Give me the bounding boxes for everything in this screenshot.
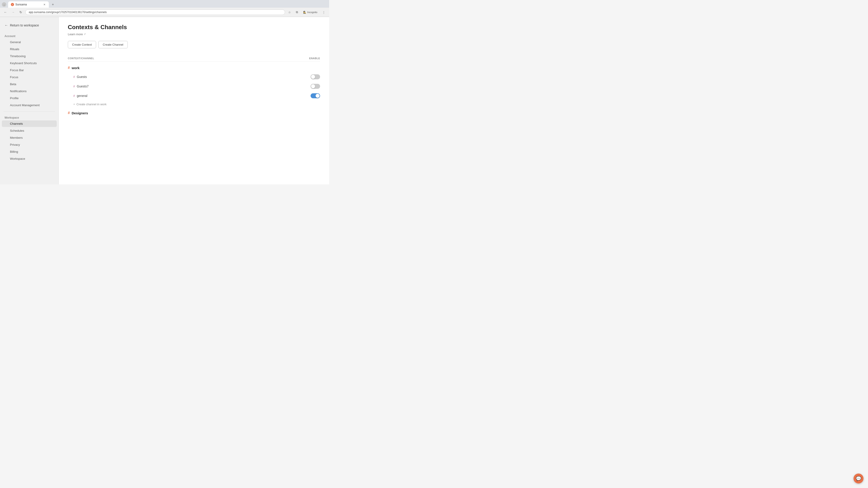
tab-title: Sunsama: [16, 3, 41, 6]
tab-close-button[interactable]: ✕: [42, 3, 46, 6]
context-name-work: # work: [68, 64, 320, 72]
hash-icon-guests7: #: [73, 85, 75, 88]
hash-icon-guests: #: [73, 75, 75, 78]
channel-label-guests7: Guests7: [77, 85, 89, 88]
create-channel-in-work[interactable]: + Create channel in work: [68, 101, 320, 108]
sidebar-label-keyboard-shortcuts: Keyboard Shortcuts: [10, 61, 37, 65]
toggle-guests[interactable]: [311, 74, 320, 79]
incognito-button[interactable]: 🕵 Incognito: [301, 10, 320, 14]
hash-icon-general: #: [73, 94, 75, 98]
sidebar-label-rituals: Rituals: [10, 47, 19, 51]
toggle-general[interactable]: [311, 93, 320, 98]
create-channel-button[interactable]: Create Channel: [98, 41, 127, 48]
workspace-section-label: Workspace: [0, 114, 59, 120]
channel-row-general: # general: [68, 91, 320, 101]
table-header-context: CONTEXT/CHANNEL: [68, 57, 94, 60]
channel-label-general: general: [77, 94, 88, 98]
table-header: CONTEXT/CHANNEL ENABLE: [68, 55, 320, 62]
sidebar-label-channels: Channels: [10, 122, 23, 125]
toggle-guests7[interactable]: [311, 84, 320, 89]
browser-chrome: ⌄ S Sunsama ✕ + ← → ↻ app.sunsama.com/gr…: [0, 0, 329, 17]
new-tab-button[interactable]: +: [50, 1, 56, 8]
create-channel-in-label: Create channel in work: [76, 103, 106, 106]
forward-button[interactable]: →: [10, 9, 16, 15]
external-link-icon: ↗: [84, 33, 86, 36]
tab-controls: ⌄: [2, 2, 6, 7]
browser-actions: ☆ ⧉ 🕵 Incognito ⋮: [286, 9, 327, 15]
sidebar-label-account-management: Account Management: [10, 103, 39, 107]
back-button[interactable]: ←: [2, 9, 8, 15]
sidebar-label-privacy: Privacy: [10, 143, 20, 147]
sidebar-label-schedules: Schedules: [10, 129, 24, 132]
page-title: Contexts & Channels: [68, 24, 320, 31]
split-view-button[interactable]: ⧉: [293, 9, 300, 15]
table-header-enable: ENABLE: [309, 57, 320, 60]
browser-toolbar: ← → ↻ app.sunsama.com/group/170257010401…: [0, 8, 329, 17]
learn-more-link[interactable]: Learn more ↗: [68, 33, 320, 36]
sidebar-label-general: General: [10, 40, 21, 44]
tab-list-chevron[interactable]: ⌄: [2, 2, 6, 7]
main-content: Contexts & Channels Learn more ↗ Create …: [59, 17, 329, 184]
sidebar-item-focus-bar[interactable]: Focus Bar: [2, 67, 57, 73]
hash-icon-work: #: [68, 66, 70, 70]
sidebar-item-account-management[interactable]: Account Management: [2, 102, 57, 108]
sidebar-item-timeboxing[interactable]: Timeboxing: [2, 53, 57, 59]
sidebar-item-rituals[interactable]: Rituals: [2, 46, 57, 53]
sidebar-item-billing[interactable]: Billing: [2, 149, 57, 155]
refresh-button[interactable]: ↻: [18, 9, 24, 15]
return-to-workspace-link[interactable]: ← Return to workspace: [0, 22, 59, 29]
address-bar[interactable]: app.sunsama.com/group/17025701040136170/…: [25, 9, 285, 15]
context-row-work: # work # Guests: [68, 64, 320, 108]
toggle-track-guests7[interactable]: [311, 84, 320, 89]
learn-more-label: Learn more: [68, 33, 83, 36]
toggle-thumb-general: [315, 94, 320, 98]
more-button[interactable]: ⋮: [320, 9, 327, 15]
back-arrow-icon: ←: [4, 23, 8, 27]
tab-bar: ⌄ S Sunsama ✕ +: [0, 0, 329, 8]
channels-table: CONTEXT/CHANNEL ENABLE # work # Guests: [68, 55, 320, 117]
sidebar-item-keyboard-shortcuts[interactable]: Keyboard Shortcuts: [2, 60, 57, 66]
context-label-designers: Designers: [72, 111, 88, 115]
tab-favicon: S: [11, 3, 14, 6]
context-label-work: work: [72, 66, 80, 70]
app-container: ← Return to workspace Account General Ri…: [0, 17, 329, 184]
sidebar-label-focus-bar: Focus Bar: [10, 68, 24, 72]
sidebar-label-billing: Billing: [10, 150, 18, 153]
context-row-designers: # Designers: [68, 109, 320, 117]
toggle-thumb-guests7: [311, 84, 315, 88]
toggle-track-general[interactable]: [311, 93, 320, 98]
sidebar-item-channels[interactable]: Channels: [2, 121, 57, 127]
bookmark-button[interactable]: ☆: [286, 9, 293, 15]
sidebar-item-profile[interactable]: Profile: [2, 95, 57, 101]
action-buttons: Create Context Create Channel: [68, 41, 320, 48]
sidebar-label-members: Members: [10, 136, 23, 139]
sidebar-label-focus: Focus: [10, 75, 18, 79]
sidebar-item-privacy[interactable]: Privacy: [2, 141, 57, 148]
channel-name-wrap-guests: # Guests: [73, 75, 87, 78]
channel-row-guests: # Guests: [68, 72, 320, 82]
sidebar-label-notifications: Notifications: [10, 90, 27, 93]
sidebar-label-profile: Profile: [10, 96, 19, 100]
sidebar-item-workspace[interactable]: Workspace: [2, 156, 57, 162]
sidebar-item-general[interactable]: General: [2, 39, 57, 45]
sidebar-item-members[interactable]: Members: [2, 134, 57, 141]
channel-row-guests7: # Guests7: [68, 82, 320, 91]
return-label: Return to workspace: [10, 24, 39, 27]
sidebar-item-notifications[interactable]: Notifications: [2, 88, 57, 94]
account-section-label: Account: [0, 33, 59, 39]
sidebar: ← Return to workspace Account General Ri…: [0, 17, 59, 184]
channel-name-wrap-general: # general: [73, 94, 88, 98]
incognito-icon: 🕵: [303, 11, 306, 14]
channel-label-guests: Guests: [77, 75, 87, 78]
address-url: app.sunsama.com/group/17025701040136170/…: [29, 11, 107, 14]
create-context-button[interactable]: Create Context: [68, 41, 96, 48]
sidebar-item-focus[interactable]: Focus: [2, 74, 57, 80]
toggle-track-guests[interactable]: [311, 74, 320, 79]
active-tab[interactable]: S Sunsama ✕: [8, 1, 49, 8]
sidebar-item-beta[interactable]: Beta: [2, 81, 57, 88]
context-name-designers: # Designers: [68, 109, 320, 117]
sidebar-item-schedules[interactable]: Schedules: [2, 127, 57, 134]
plus-icon: +: [73, 102, 75, 106]
sidebar-label-timeboxing: Timeboxing: [10, 55, 26, 58]
hash-icon-designers: #: [68, 111, 70, 115]
